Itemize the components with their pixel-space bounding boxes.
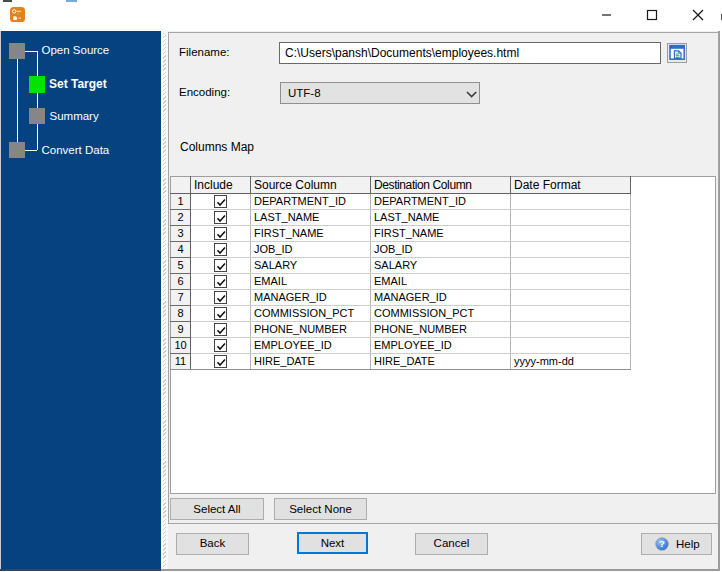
svg-text:?: ? [659, 538, 665, 549]
